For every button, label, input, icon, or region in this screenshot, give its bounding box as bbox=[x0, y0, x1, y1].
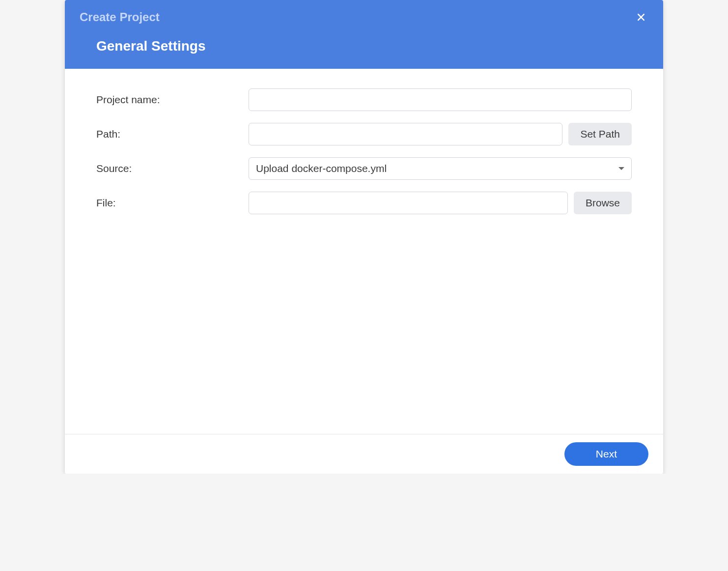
set-path-button[interactable]: Set Path bbox=[568, 123, 632, 145]
section-title: General Settings bbox=[65, 25, 663, 69]
form-row-file: File: Browse bbox=[96, 192, 632, 214]
browse-button[interactable]: Browse bbox=[574, 192, 632, 214]
close-icon bbox=[636, 12, 646, 22]
chevron-down-icon bbox=[618, 167, 624, 170]
form-row-path: Path: Set Path bbox=[96, 123, 632, 145]
next-button[interactable]: Next bbox=[564, 442, 648, 466]
path-label: Path: bbox=[96, 128, 249, 140]
file-input[interactable] bbox=[249, 192, 568, 214]
project-name-label: Project name: bbox=[96, 94, 249, 106]
source-dropdown-value: Upload docker-compose.yml bbox=[256, 163, 387, 174]
dialog-content: Project name: Path: Set Path Source: Upl… bbox=[65, 69, 663, 434]
file-label: File: bbox=[96, 197, 249, 209]
header-top-row: Create Project bbox=[65, 0, 663, 25]
dialog-footer: Next bbox=[65, 434, 663, 474]
file-control: Browse bbox=[249, 192, 632, 214]
path-input[interactable] bbox=[249, 123, 562, 145]
path-control: Set Path bbox=[249, 123, 632, 145]
form-row-source: Source: Upload docker-compose.yml bbox=[96, 157, 632, 180]
dialog-header: Create Project General Settings bbox=[65, 0, 663, 69]
close-button[interactable] bbox=[634, 10, 648, 25]
project-name-input[interactable] bbox=[249, 88, 632, 111]
create-project-dialog: Create Project General Settings Project … bbox=[65, 0, 663, 474]
source-control: Upload docker-compose.yml bbox=[249, 157, 632, 180]
dialog-title: Create Project bbox=[80, 10, 160, 24]
project-name-control bbox=[249, 88, 632, 111]
source-dropdown[interactable]: Upload docker-compose.yml bbox=[249, 157, 632, 180]
source-label: Source: bbox=[96, 163, 249, 174]
form-row-project-name: Project name: bbox=[96, 88, 632, 111]
